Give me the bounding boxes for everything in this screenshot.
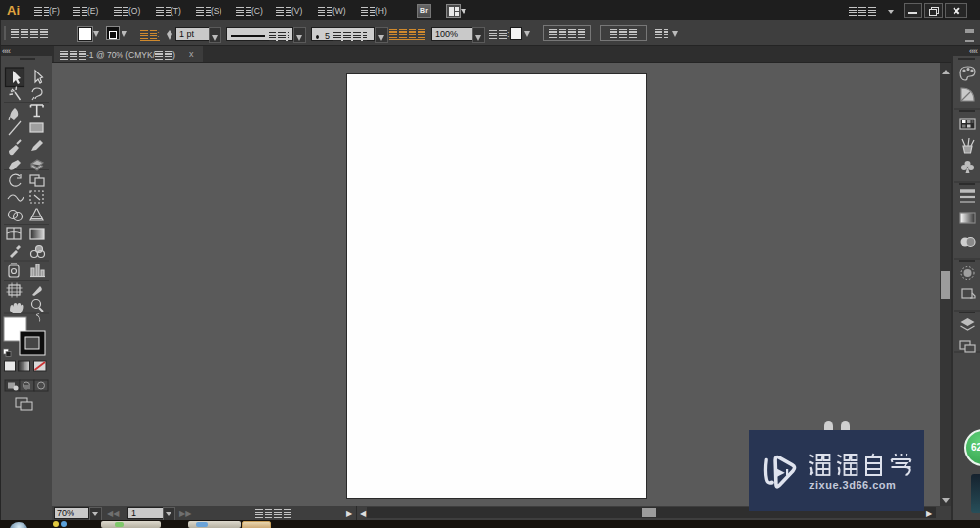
svg-text:zixue.3d66.com: zixue.3d66.com [809, 479, 896, 491]
